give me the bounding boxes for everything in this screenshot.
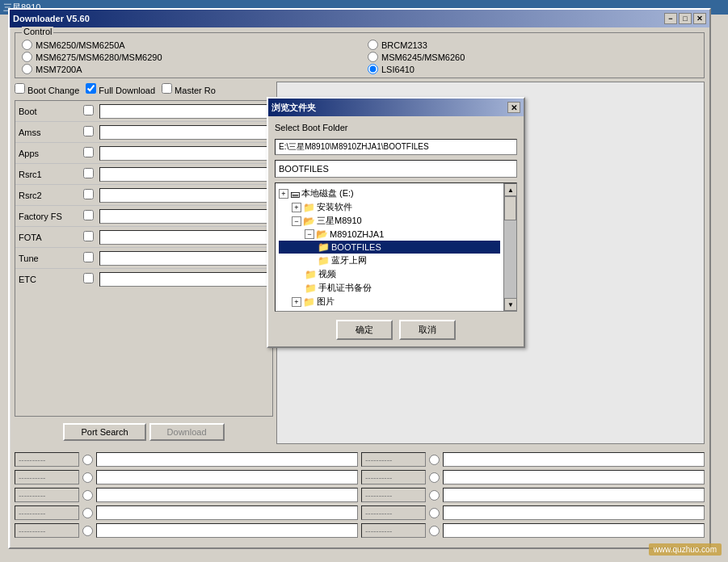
tree-item-bootfiles[interactable]: 📁 BOOTFILES <box>279 241 500 254</box>
master-ro-option[interactable]: Master Ro <box>162 83 216 95</box>
boot-change-option[interactable]: Boot Change <box>15 83 79 95</box>
radio-msm6250-input[interactable] <box>22 40 32 50</box>
dialog-confirm-button[interactable]: 确定 <box>336 320 393 340</box>
file-input-rsrc1[interactable] <box>99 167 269 182</box>
dialog-tree[interactable]: + 🖴 本地磁盘 (E:) + 📁 安装软件 − 📂 三星M8910 <box>275 182 517 312</box>
status-radio-l2[interactable] <box>82 472 93 483</box>
tree-expand-install[interactable]: + <box>292 203 301 212</box>
tree-item-pictures[interactable]: + 📁 图片 <box>279 295 500 308</box>
radio-brcm2133-input[interactable] <box>368 40 378 50</box>
scroll-up-button[interactable]: ▲ <box>504 183 517 196</box>
file-check-rsrc1[interactable] <box>83 168 94 178</box>
file-check-etc[interactable] <box>83 273 94 283</box>
status-input-r5[interactable] <box>443 523 705 538</box>
file-row-boot: Boot <box>15 101 272 122</box>
status-radio-r2[interactable] <box>429 472 440 483</box>
status-radio-r5[interactable] <box>429 526 440 536</box>
tree-item-video[interactable]: 📁 视频 <box>279 267 500 281</box>
download-button[interactable]: Download <box>149 423 225 441</box>
status-radio-r4[interactable] <box>429 508 440 518</box>
file-check-tune[interactable] <box>83 252 94 262</box>
file-input-etc[interactable] <box>99 272 269 287</box>
tree-item-m8910zhja1[interactable]: − 📂 M8910ZHJA1 <box>279 228 500 241</box>
radio-msm6275-input[interactable] <box>22 52 32 62</box>
port-search-button[interactable]: Port Search <box>63 423 145 441</box>
close-button[interactable]: ✕ <box>693 13 706 24</box>
status-input-r3[interactable] <box>443 488 705 502</box>
file-input-factoryfs[interactable] <box>99 209 269 224</box>
radio-msm6245-input[interactable] <box>368 52 378 62</box>
file-input-tune[interactable] <box>99 251 269 266</box>
file-row-factoryfs: Factory FS <box>15 206 272 227</box>
master-ro-checkbox[interactable] <box>162 83 172 94</box>
scroll-track[interactable] <box>504 196 516 298</box>
tree-item-bluetooth[interactable]: 📁 蓝牙上网 <box>279 254 500 267</box>
tree-item-samsung[interactable]: − 📂 三星M8910 <box>279 214 500 228</box>
dialog-close-button[interactable]: ✕ <box>507 102 520 113</box>
file-input-fota[interactable] <box>99 230 269 245</box>
tree-scrollbar[interactable]: ▲ ▼ <box>503 183 516 311</box>
status-row-r1: ---------- <box>361 451 705 468</box>
status-input-l4[interactable] <box>96 505 358 520</box>
status-radio-l3[interactable] <box>82 490 93 501</box>
file-check-fota[interactable] <box>83 231 94 241</box>
status-input-l1[interactable] <box>96 452 358 467</box>
file-input-boot[interactable] <box>99 104 269 119</box>
file-label-tune: Tune <box>19 254 83 263</box>
status-radio-l4[interactable] <box>82 508 93 518</box>
file-input-amss[interactable] <box>99 125 269 140</box>
file-check-rsrc2[interactable] <box>83 189 94 199</box>
file-check-factoryfs[interactable] <box>83 210 94 220</box>
boot-change-checkbox[interactable] <box>15 83 25 94</box>
tree-item-hdd[interactable]: + 🖴 本地磁盘 (E:) <box>279 187 500 200</box>
folder-icon-video: 📁 <box>305 269 317 280</box>
file-input-rsrc2[interactable] <box>99 188 269 203</box>
tree-item-install[interactable]: + 📁 安装软件 <box>279 200 500 214</box>
file-input-apps[interactable] <box>99 146 269 161</box>
radio-msm6275[interactable]: MSM6275/MSM6280/MSM6290 <box>22 52 351 62</box>
scroll-down-button[interactable]: ▼ <box>504 298 517 311</box>
maximize-button[interactable]: □ <box>679 13 692 24</box>
radio-msm6245[interactable]: MSM6245/MSM6260 <box>368 52 697 62</box>
radio-msm6250[interactable]: MSM6250/MSM6250A <box>22 40 351 50</box>
full-download-option[interactable]: Full Download <box>86 83 155 95</box>
radio-lsi6410-input[interactable] <box>368 64 378 74</box>
status-label-r5: ---------- <box>361 523 426 538</box>
tree-label-bluetooth: 蓝牙上网 <box>331 254 367 266</box>
downloader-titlebar: Downloader V5.60 − □ ✕ <box>10 10 709 27</box>
radio-msm7200[interactable]: MSM7200A <box>22 64 351 74</box>
status-radio-l1[interactable] <box>82 455 93 465</box>
status-input-l2[interactable] <box>96 470 358 484</box>
file-check-boot[interactable] <box>83 105 94 115</box>
file-check-amss[interactable] <box>83 126 94 136</box>
radio-msm7200-input[interactable] <box>22 64 32 74</box>
status-input-r4[interactable] <box>443 505 705 520</box>
status-row-l4: ---------- <box>15 504 358 522</box>
tree-item-cert[interactable]: 📁 手机证书备份 <box>279 281 500 295</box>
tree-expand-hdd[interactable]: + <box>279 189 288 199</box>
status-radio-r1[interactable] <box>429 455 440 465</box>
file-label-rsrc1: Rsrc1 <box>19 170 83 179</box>
radio-lsi6410[interactable]: LSI6410 <box>368 64 697 74</box>
status-row-r2: ---------- <box>361 468 705 486</box>
full-download-checkbox[interactable] <box>86 83 96 94</box>
tree-expand-samsung[interactable]: − <box>292 216 301 226</box>
status-label-l1: ---------- <box>15 452 79 467</box>
status-input-l5[interactable] <box>96 523 358 538</box>
status-input-l3[interactable] <box>96 488 358 502</box>
status-radio-l5[interactable] <box>82 526 93 536</box>
status-input-r1[interactable] <box>443 452 705 467</box>
dialog-cancel-button[interactable]: 取消 <box>399 320 456 340</box>
tree-expand-m8910[interactable]: − <box>305 229 314 239</box>
radio-brcm2133[interactable]: BRCM2133 <box>368 40 697 50</box>
minimize-button[interactable]: − <box>664 13 677 24</box>
status-radio-r3[interactable] <box>429 490 440 501</box>
status-label-l3: ---------- <box>15 488 79 502</box>
tree-expand-pictures[interactable]: + <box>292 297 301 307</box>
status-label-r2: ---------- <box>361 470 426 484</box>
status-input-r2[interactable] <box>443 470 705 484</box>
scroll-thumb[interactable] <box>504 196 516 220</box>
tree-label-hdd: 本地磁盘 (E:) <box>301 187 354 199</box>
file-check-apps[interactable] <box>83 147 94 157</box>
bottom-status-area: ---------- ---------- ---------- <box>15 447 705 543</box>
